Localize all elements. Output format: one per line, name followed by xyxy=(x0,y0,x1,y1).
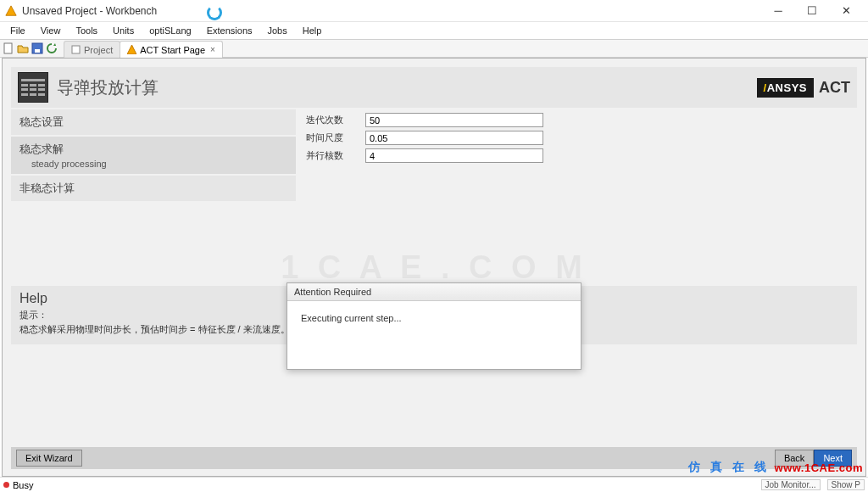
input-cores[interactable] xyxy=(365,148,543,163)
menu-help[interactable]: Help xyxy=(296,24,329,37)
calculator-icon xyxy=(18,72,48,103)
job-monitor-button[interactable]: Job Monitor... xyxy=(761,479,821,490)
menu-jobs[interactable]: Jobs xyxy=(261,24,294,37)
menu-file[interactable]: File xyxy=(3,24,32,37)
tab-project-label: Project xyxy=(84,45,113,55)
label-iterations: 迭代次数 xyxy=(306,114,365,126)
input-timescale[interactable] xyxy=(365,131,543,145)
status-text: Busy xyxy=(13,480,33,490)
dialog-title: Attention Required xyxy=(287,283,581,301)
menu-view[interactable]: View xyxy=(34,24,68,37)
status-dot-icon xyxy=(3,482,9,488)
refresh-icon[interactable] xyxy=(45,42,58,55)
new-icon[interactable] xyxy=(2,42,15,55)
watermark-url: www.1CAE.com xyxy=(775,461,863,474)
window-controls: ─ ☐ ✕ xyxy=(761,1,863,21)
page-title: 导弹投放计算 xyxy=(57,76,757,99)
label-timescale: 时间尺度 xyxy=(306,131,365,144)
sidebar-item-label: 稳态设置 xyxy=(19,115,64,128)
status-right: Job Monitor... Show P xyxy=(761,479,865,490)
watermark-bottom: 仿 真 在 线 www.1CAE.com xyxy=(688,460,863,475)
show-progress-button[interactable]: Show P xyxy=(827,479,865,490)
menu-optislang[interactable]: optiSLang xyxy=(142,24,198,37)
menu-tools[interactable]: Tools xyxy=(69,24,104,37)
sidebar-item-label: 稳态求解 xyxy=(19,143,64,155)
sidebar-item-unsteady[interactable]: 非稳态计算 xyxy=(11,176,296,201)
exit-wizard-button[interactable]: Exit Wizard xyxy=(16,450,82,467)
brand-act: ACT xyxy=(819,79,850,97)
input-iterations[interactable] xyxy=(365,113,543,127)
dialog-body: Executing current step... xyxy=(287,301,581,369)
titlebar: Unsaved Project - Workbench ─ ☐ ✕ xyxy=(0,0,868,22)
menu-units[interactable]: Units xyxy=(106,24,141,37)
watermark-cn: 仿 真 在 线 xyxy=(688,460,770,475)
label-cores: 并行核数 xyxy=(306,149,365,162)
tab-project[interactable]: Project xyxy=(64,41,120,58)
sidebar-item-steady-settings[interactable]: 稳态设置 xyxy=(11,109,296,135)
menubar: File View Tools Units optiSLang Extensio… xyxy=(0,22,868,39)
tabs: Project ACT Start Page × xyxy=(64,39,222,58)
svg-rect-3 xyxy=(35,49,40,53)
page-header: 导弹投放计算 /ANSYS ACT xyxy=(11,67,857,108)
close-button[interactable]: ✕ xyxy=(829,1,863,21)
workspace: 1 C A E . C O M 导弹投放计算 /ANSYS ACT 稳态设置 稳… xyxy=(2,58,866,477)
brand-ansys: /ANSYS xyxy=(757,78,814,98)
watermark-center: 1 C A E . C O M xyxy=(281,249,587,286)
svg-marker-5 xyxy=(127,45,136,54)
svg-rect-4 xyxy=(72,46,80,53)
tab-close-icon[interactable]: × xyxy=(210,45,215,54)
toolbar: Project ACT Start Page × xyxy=(0,39,868,58)
attention-dialog: Attention Required Executing current ste… xyxy=(287,282,581,370)
row-timescale: 时间尺度 xyxy=(306,131,849,145)
content: 稳态设置 稳态求解 steady processing 非稳态计算 迭代次数 时… xyxy=(11,109,857,203)
open-icon[interactable] xyxy=(16,42,30,55)
maximize-button[interactable]: ☐ xyxy=(795,1,829,21)
act-icon xyxy=(127,45,136,54)
form-area: 迭代次数 时间尺度 并行核数 xyxy=(298,109,857,203)
toolbar-icons xyxy=(2,42,64,55)
save-icon[interactable] xyxy=(31,42,44,55)
window-title: Unsaved Project - Workbench xyxy=(22,5,761,17)
brand: /ANSYS ACT xyxy=(757,78,850,98)
statusbar: Busy Job Monitor... Show P xyxy=(0,477,868,492)
wizard-sidebar: 稳态设置 稳态求解 steady processing 非稳态计算 xyxy=(11,109,296,203)
menu-extensions[interactable]: Extensions xyxy=(200,24,259,37)
minimize-button[interactable]: ─ xyxy=(761,1,795,21)
tab-act-label: ACT Start Page xyxy=(140,45,205,55)
sidebar-item-sublabel: steady processing xyxy=(19,157,287,169)
busy-cursor-icon xyxy=(207,5,222,20)
tab-act-start[interactable]: ACT Start Page × xyxy=(120,41,223,58)
project-icon xyxy=(71,45,81,54)
svg-rect-1 xyxy=(4,43,12,53)
app-icon xyxy=(5,5,17,17)
row-cores: 并行核数 xyxy=(306,148,849,163)
sidebar-item-label: 非稳态计算 xyxy=(19,182,75,194)
svg-marker-0 xyxy=(6,5,16,14)
row-iterations: 迭代次数 xyxy=(306,113,849,127)
sidebar-item-steady-solve[interactable]: 稳态求解 steady processing xyxy=(11,137,296,174)
